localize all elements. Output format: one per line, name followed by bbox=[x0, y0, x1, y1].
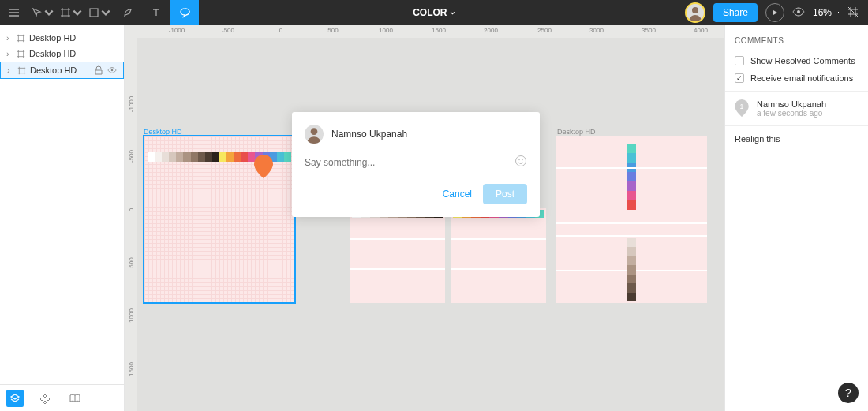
svg-text:1: 1 bbox=[740, 103, 744, 110]
svg-point-6 bbox=[518, 159, 520, 161]
email-notifications-checkbox[interactable] bbox=[735, 73, 744, 83]
svg-point-4 bbox=[311, 128, 318, 135]
comments-panel: COMMENTS Show Resolved Comments Receive … bbox=[724, 25, 868, 411]
help-button[interactable]: ? bbox=[838, 383, 859, 403]
comment-popup: Namnso Ukpanah Cancel Post bbox=[292, 112, 540, 217]
comment-item-time: a few seconds ago bbox=[757, 109, 826, 118]
ruler-horizontal: -1000-5000500100015002000250030003500400… bbox=[137, 25, 724, 38]
svg-point-1 bbox=[692, 7, 698, 13]
user-avatar[interactable] bbox=[685, 2, 705, 23]
layer-name: Desktop HD bbox=[29, 33, 76, 43]
ruler-corner bbox=[125, 25, 137, 38]
svg-point-2 bbox=[797, 10, 800, 13]
comment-item-text: Realign this bbox=[735, 134, 859, 144]
artboard-group[interactable] bbox=[350, 208, 546, 303]
layer-item[interactable]: › Desktop HD bbox=[0, 46, 124, 62]
frame-icon bbox=[17, 66, 26, 75]
comment-item-author: Namnso Ukpanah bbox=[757, 99, 826, 109]
layer-item[interactable]: › Desktop HD bbox=[0, 30, 124, 46]
shape-tool[interactable] bbox=[85, 0, 114, 25]
post-button[interactable]: Post bbox=[483, 184, 527, 204]
layers-panel: › Desktop HD › Desktop HD › Desktop HD bbox=[0, 25, 125, 411]
layers-tab-icon[interactable] bbox=[6, 390, 24, 407]
ruler-vertical: -1000-500050010001500 bbox=[125, 38, 137, 411]
pen-tool[interactable] bbox=[114, 0, 142, 25]
artboard-label[interactable]: Desktop HD bbox=[557, 128, 596, 136]
layer-name: Desktop HD bbox=[30, 65, 77, 75]
move-tool[interactable] bbox=[28, 0, 57, 25]
comment-list-item[interactable]: 1 Namnso Ukpanah a few seconds ago bbox=[735, 99, 859, 118]
text-tool[interactable] bbox=[142, 0, 170, 25]
artboard-label[interactable]: Desktop HD bbox=[144, 128, 182, 136]
layer-name: Desktop HD bbox=[29, 49, 76, 58]
menu-button[interactable] bbox=[0, 0, 28, 25]
show-resolved-checkbox[interactable] bbox=[735, 56, 744, 65]
show-resolved-label: Show Resolved Comments bbox=[750, 56, 855, 65]
comment-author-avatar bbox=[305, 125, 324, 144]
svg-point-7 bbox=[522, 159, 523, 161]
library-tab-icon[interactable] bbox=[66, 390, 84, 407]
frame-tool[interactable] bbox=[57, 0, 85, 25]
comments-title: COMMENTS bbox=[735, 36, 859, 45]
frame-icon bbox=[17, 34, 25, 43]
comment-tool[interactable] bbox=[170, 0, 199, 25]
comment-input[interactable] bbox=[305, 157, 514, 168]
artboard-2[interactable] bbox=[556, 136, 707, 303]
unlock-icon[interactable] bbox=[94, 65, 103, 75]
canvas[interactable]: -1000-5000500100015002000250030003500400… bbox=[125, 25, 724, 411]
comment-pin[interactable] bbox=[254, 155, 273, 178]
view-icon[interactable] bbox=[792, 7, 805, 19]
frame-icon bbox=[17, 50, 25, 58]
left-bottom-tools bbox=[0, 384, 124, 411]
components-tab-icon[interactable] bbox=[36, 390, 54, 407]
cancel-button[interactable]: Cancel bbox=[443, 189, 472, 200]
comment-author-name: Namnso Ukpanah bbox=[331, 129, 407, 140]
email-notifications-label: Receive email notifications bbox=[750, 73, 853, 83]
svg-rect-0 bbox=[90, 9, 98, 17]
svg-point-5 bbox=[516, 156, 526, 166]
eye-icon[interactable] bbox=[107, 65, 117, 75]
pixel-grid-icon[interactable] bbox=[847, 6, 859, 20]
top-toolbar: COLOR Share 16% bbox=[0, 0, 868, 25]
play-button[interactable] bbox=[765, 3, 784, 22]
emoji-icon[interactable] bbox=[514, 155, 527, 170]
zoom-level[interactable]: 16% bbox=[813, 7, 840, 18]
layer-item[interactable]: › Desktop HD bbox=[0, 62, 124, 79]
share-button[interactable]: Share bbox=[713, 3, 758, 22]
svg-point-3 bbox=[111, 69, 114, 72]
